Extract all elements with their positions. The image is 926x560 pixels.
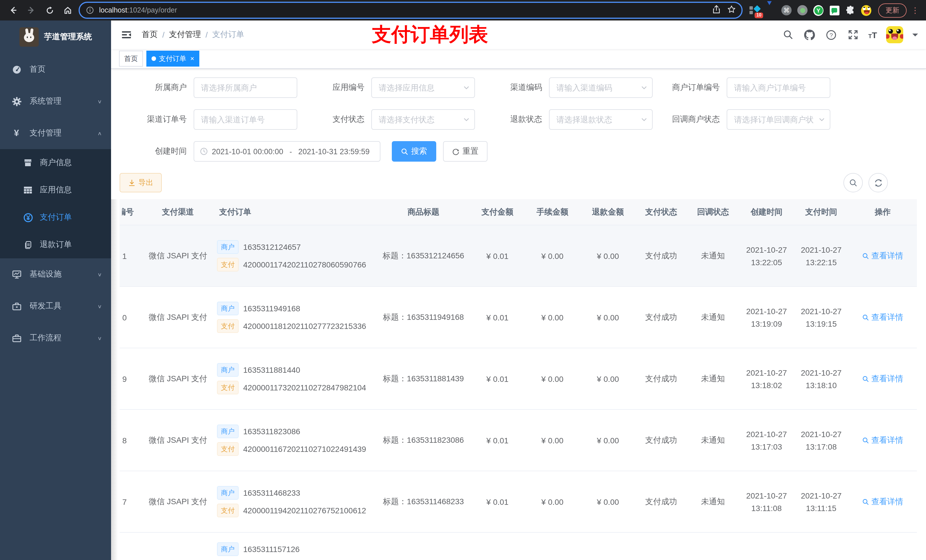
- pay-order-cell: 商户1635311881440 支付4200001173202110272847…: [213, 348, 377, 409]
- sidebar-item-workflow[interactable]: 工作流程 ∨: [0, 322, 111, 354]
- chrome-update-button[interactable]: 更新: [878, 3, 906, 17]
- top-navbar: 首页 / 支付管理 / 支付订单 支付订单列表 ?: [111, 21, 926, 49]
- sidebar-item-refund-order[interactable]: 退款订单: [0, 231, 111, 258]
- help-icon[interactable]: ?: [825, 29, 837, 41]
- url-text: localhost:1024/pay/order: [99, 6, 177, 14]
- col-header-created: 创建时间: [739, 199, 794, 225]
- merchant-order-no-input[interactable]: [727, 77, 830, 98]
- view-detail-link[interactable]: 查看详情: [862, 251, 903, 261]
- filter-label: 商户订单编号: [653, 83, 727, 93]
- sidebar-item-pay[interactable]: ¥ 支付管理 ∧: [0, 117, 111, 149]
- fee-amount: ¥ 0.00: [525, 225, 580, 287]
- search-icon[interactable]: [782, 29, 794, 41]
- product-title: 标题：1635311468233: [377, 471, 471, 533]
- sidebar-item-label: 支付订单: [40, 212, 72, 222]
- pay-status-select-input[interactable]: [371, 109, 475, 130]
- extension-chat-icon[interactable]: [829, 5, 840, 15]
- sidebar-collapse-icon[interactable]: [119, 27, 134, 42]
- refresh-table-button[interactable]: [869, 173, 888, 192]
- extension-record-icon[interactable]: [797, 5, 808, 15]
- sidebar-item-system[interactable]: 系统管理 ∨: [0, 85, 111, 117]
- yen-icon: ¥: [11, 128, 22, 138]
- extension-emoji-icon[interactable]: [861, 5, 872, 15]
- share-icon[interactable]: [713, 5, 720, 16]
- view-detail-link[interactable]: 查看详情: [862, 312, 903, 322]
- table-row[interactable]: 18 微信 JSAPI 支付 商户1635311823086 支付4200001…: [120, 409, 917, 471]
- table-row[interactable]: 20 微信 JSAPI 支付 商户1635311949168 支付4200001…: [120, 287, 917, 348]
- created-time: 2021-10-2713:19:09: [739, 287, 794, 348]
- extensions-puzzle-icon[interactable]: [845, 5, 855, 15]
- chrome-menu-icon[interactable]: ⋮: [910, 6, 920, 14]
- table-toolbar: 导出: [120, 173, 919, 192]
- app-title: 芋道管理系统: [44, 32, 92, 42]
- app-select-input[interactable]: [371, 77, 475, 98]
- paid-time: 2021-10-2713:11:15: [794, 471, 849, 533]
- app-logo-row[interactable]: 芋道管理系统: [0, 21, 111, 53]
- tag-pay-order[interactable]: 支付订单 ×: [146, 51, 199, 66]
- merchant-select-input[interactable]: [194, 77, 297, 98]
- pay-status: 支付成功: [635, 471, 687, 533]
- sidebar-item-devtools[interactable]: 研发工具 ∨: [0, 290, 111, 322]
- filter-label: 渠道编码: [475, 83, 549, 93]
- table-row[interactable]: 19 微信 JSAPI 支付 商户1635311881440 支付4200001…: [120, 348, 917, 409]
- fullscreen-icon[interactable]: [847, 29, 859, 41]
- col-header-title: 商品标题: [377, 199, 471, 225]
- table-row[interactable]: 21 微信 JSAPI 支付 商户1635312124657 支付4200001…: [120, 225, 917, 287]
- chevron-down-icon: ∨: [97, 272, 102, 278]
- breadcrumb-home[interactable]: 首页: [142, 30, 158, 40]
- pay-tag: 支付: [217, 381, 239, 394]
- home-icon[interactable]: [61, 3, 75, 18]
- product-title: 标题：1635311823086: [377, 409, 471, 471]
- chevron-up-icon: ∧: [97, 130, 102, 136]
- search-button[interactable]: 搜索: [392, 141, 436, 162]
- extension-y-icon[interactable]: Y: [813, 5, 823, 15]
- gear-icon: [11, 97, 22, 106]
- pay-amount: ¥ 0.01: [471, 225, 525, 287]
- channel-order-no-input[interactable]: [194, 109, 297, 130]
- breadcrumb-section[interactable]: 支付管理: [169, 30, 201, 40]
- extension-grid-icon[interactable]: 10: [749, 5, 760, 15]
- extension-pin-icon[interactable]: [766, 5, 776, 15]
- date-separator: -: [287, 147, 294, 155]
- pay-order-cell: 商户1635311468233 支付4200001194202110276752…: [213, 471, 377, 533]
- refund-amount: ¥ 0.00: [580, 287, 635, 348]
- pay-order-cell: 商户1635311949168 支付4200001181202110277723…: [213, 287, 377, 348]
- refund-status-select-input[interactable]: [549, 109, 653, 130]
- sidebar-item-pay-order[interactable]: 支付订单: [0, 204, 111, 231]
- table-row-partial[interactable]: 商户1635311157126: [120, 533, 917, 560]
- col-header-refund: 退款金额: [580, 199, 635, 225]
- pay-amount: ¥ 0.01: [471, 348, 525, 409]
- user-avatar[interactable]: [886, 26, 903, 43]
- view-detail-link[interactable]: 查看详情: [862, 435, 903, 445]
- url-bar[interactable]: localhost:1024/pay/order: [79, 2, 743, 19]
- user-menu-caret-icon[interactable]: [912, 33, 918, 39]
- pay-channel: 微信 JSAPI 支付: [142, 225, 213, 287]
- dashboard-icon: [11, 65, 22, 74]
- sidebar-item-app-info[interactable]: 应用信息: [0, 177, 111, 204]
- extension-command-icon[interactable]: ⌘: [781, 5, 791, 15]
- tag-close-icon[interactable]: ×: [190, 54, 194, 63]
- back-icon[interactable]: [6, 3, 21, 18]
- tag-home[interactable]: 首页: [119, 51, 143, 66]
- bookmark-star-icon[interactable]: [727, 5, 736, 16]
- date-start: 2021-10-01 00:00:00: [212, 147, 283, 155]
- sidebar-item-merchant-info[interactable]: 商户信息: [0, 149, 111, 177]
- channel-code-select-input[interactable]: [549, 77, 653, 98]
- table-row[interactable]: 17 微信 JSAPI 支付 商户1635311468233 支付4200001…: [120, 471, 917, 533]
- export-button[interactable]: 导出: [120, 173, 162, 192]
- view-detail-link[interactable]: 查看详情: [862, 374, 903, 384]
- site-info-icon[interactable]: [85, 3, 95, 18]
- github-icon[interactable]: [803, 29, 816, 41]
- reset-button[interactable]: 重置: [443, 141, 487, 162]
- show-search-toggle-button[interactable]: [843, 173, 863, 192]
- create-time-range-picker[interactable]: 2021-10-01 00:00:00 - 2021-10-31 23:59:5…: [194, 141, 380, 162]
- view-detail-link[interactable]: 查看详情: [862, 497, 903, 507]
- col-header-notify-status: 回调状态: [687, 199, 739, 225]
- col-header-fee: 手续金额: [525, 199, 580, 225]
- reload-icon[interactable]: [42, 3, 57, 18]
- forward-icon[interactable]: [24, 3, 39, 18]
- sidebar-item-home[interactable]: 首页: [0, 53, 111, 85]
- notify-status-select-input[interactable]: [727, 109, 830, 130]
- font-size-icon[interactable]: TT: [868, 30, 877, 39]
- sidebar-item-infra[interactable]: 基础设施 ∨: [0, 258, 111, 290]
